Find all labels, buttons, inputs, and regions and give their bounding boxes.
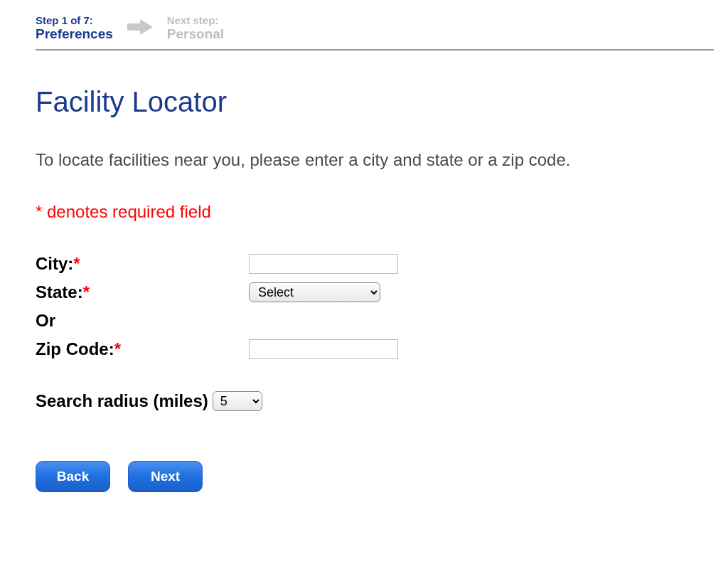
city-label-cell: City:* [36, 254, 249, 274]
radius-select[interactable]: 5 [213, 391, 262, 411]
city-row: City:* [36, 254, 714, 274]
button-row: Back Next [36, 461, 714, 492]
or-label: Or [36, 311, 249, 331]
state-row: State:* Select [36, 282, 714, 302]
city-input[interactable] [249, 254, 398, 274]
divider [36, 49, 714, 50]
page-title: Facility Locator [36, 86, 714, 118]
radius-label: Search radius (miles) [36, 391, 208, 411]
required-star: * [83, 282, 90, 302]
zip-label: Zip Code: [36, 339, 114, 358]
state-select[interactable]: Select [249, 282, 380, 302]
state-label: State: [36, 282, 83, 302]
arrow-right-icon [127, 19, 153, 38]
zip-row: Zip Code:* [36, 339, 714, 359]
next-button[interactable]: Next [128, 461, 203, 492]
form-area: City:* State:* Select Or Zip Code:* Sear… [36, 254, 714, 411]
svg-marker-0 [127, 19, 153, 35]
step-next-small: Next step: [167, 14, 224, 26]
required-star: * [114, 339, 121, 358]
step-current: Step 1 of 7: Preferences [36, 14, 113, 42]
zip-label-cell: Zip Code:* [36, 339, 249, 359]
stepper: Step 1 of 7: Preferences Next step: Pers… [36, 14, 714, 42]
step-next: Next step: Personal [167, 14, 224, 42]
state-label-cell: State:* [36, 282, 249, 302]
step-next-big: Personal [167, 26, 224, 42]
required-star: * [73, 254, 80, 273]
step-current-small: Step 1 of 7: [36, 14, 113, 26]
zip-input[interactable] [249, 339, 398, 359]
back-button[interactable]: Back [36, 461, 110, 492]
or-row: Or [36, 311, 714, 331]
radius-row: Search radius (miles) 5 [36, 391, 714, 411]
required-note: * denotes required field [36, 202, 714, 222]
step-current-big: Preferences [36, 26, 113, 42]
instructions-text: To locate facilities near you, please en… [36, 150, 714, 170]
city-label: City: [36, 254, 73, 273]
